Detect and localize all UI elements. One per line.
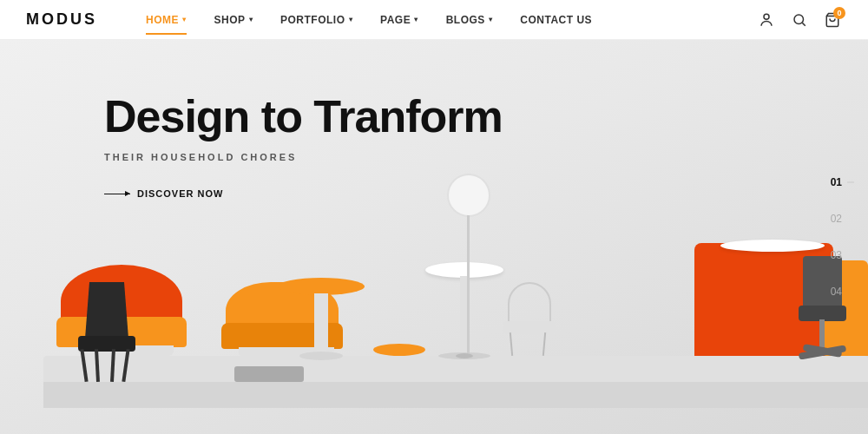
wire-chair-back (508, 282, 551, 326)
nav-item-shop[interactable]: SHOP ▾ (201, 0, 267, 40)
table-top (278, 278, 365, 295)
slide-num-4[interactable]: 04 (831, 286, 842, 298)
nav-item-page[interactable]: PAGE ▾ (366, 0, 432, 40)
chevron-down-icon: ▾ (489, 16, 493, 23)
nav-item-blogs[interactable]: BLOGS ▾ (432, 0, 507, 40)
logo[interactable]: MODUS (26, 10, 97, 29)
furniture-scene (0, 174, 868, 434)
nav-item-home[interactable]: HOME ▾ (132, 0, 201, 40)
table-leg (314, 293, 328, 356)
wire-chair-seat (503, 321, 556, 334)
svg-line-2 (802, 23, 805, 25)
shelf-platform (43, 356, 868, 382)
workspace-table (720, 240, 825, 252)
nav-links: HOME ▾ SHOP ▾ PORTFOLIO ▾ PAGE ▾ BLOGS ▾… (132, 0, 757, 40)
black-chair-back (85, 282, 128, 339)
svg-point-1 (794, 15, 804, 24)
chevron-down-icon: ▾ (414, 16, 418, 23)
slide-num-2[interactable]: 02 (831, 213, 842, 225)
chevron-down-icon: ▾ (249, 16, 253, 23)
lamp-shade (447, 174, 490, 217)
slide-num-3[interactable]: 03 (831, 249, 842, 261)
orange-disc (373, 344, 425, 356)
shelf-front (43, 382, 868, 408)
lamp-base (456, 353, 473, 358)
svg-point-0 (764, 14, 769, 19)
wire-chair-leg1 (510, 332, 513, 356)
wire-chair-leg2 (542, 332, 546, 356)
search-icon[interactable] (790, 10, 809, 30)
chevron-down-icon: ▾ (349, 16, 353, 23)
cart-badge: 0 (833, 7, 845, 19)
hero-section: Design to Tranform THEIR HOUSEHOLD CHORE… (0, 40, 868, 434)
hero-subtitle: THEIR HOUSEHOLD CHORES (104, 152, 503, 162)
slide-num-1[interactable]: 01 (831, 176, 842, 188)
nav-icon-group: 0 (757, 10, 842, 30)
office-chair-pole (819, 319, 825, 347)
table-base (299, 352, 343, 360)
lamp-pole (467, 215, 470, 356)
nav-item-contact[interactable]: CONTACT US (506, 0, 606, 40)
nav-item-portfolio[interactable]: PORTFOLIO ▾ (266, 0, 366, 40)
user-icon[interactable] (757, 10, 776, 30)
cart-icon[interactable]: 0 (823, 10, 842, 30)
slide-numbers: 01 02 03 04 (831, 176, 842, 298)
navbar: MODUS HOME ▾ SHOP ▾ PORTFOLIO ▾ PAGE ▾ B… (0, 0, 868, 40)
chevron-down-icon: ▾ (182, 16, 187, 23)
grey-box (234, 366, 304, 382)
hero-title: Design to Tranform (104, 92, 503, 141)
